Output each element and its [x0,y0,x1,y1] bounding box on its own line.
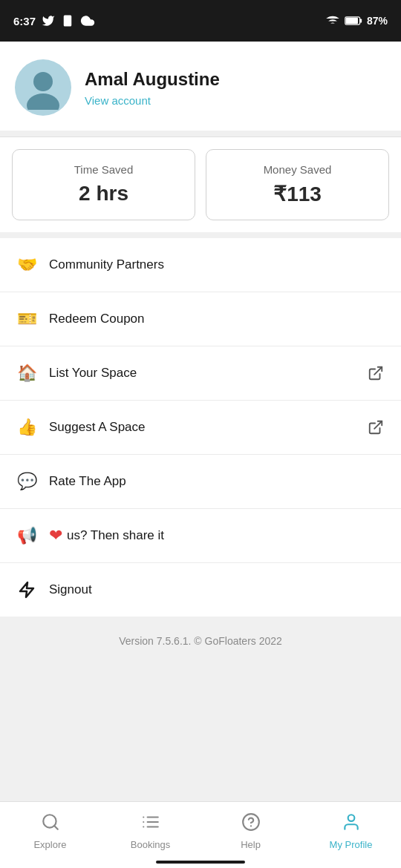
svg-point-20 [348,815,354,821]
avatar [15,59,71,116]
nav-label-bookings: Bookings [131,839,170,850]
bookings-icon [141,812,160,836]
battery-icon [345,16,362,26]
nav-label-help: Help [241,839,261,850]
main-content: Amal Augustine View account Time Saved 2… [0,42,401,801]
suggest-a-space-label: Suggest A Space [49,420,365,435]
menu-section: 🤝 Community Partners 🎫 Redeem Coupon 🏠 L… [0,238,401,617]
menu-item-redeem-coupon[interactable]: 🎫 Redeem Coupon [0,292,401,346]
stats-section: Time Saved 2 hrs Money Saved ₹113 [0,137,401,232]
menu-item-list-your-space[interactable]: 🏠 List Your Space [0,346,401,401]
svg-line-11 [54,826,58,829]
community-partners-icon: 🤝 [15,253,39,277]
love-us-share-label: us? Then share it [67,528,386,543]
profile-name: Amal Augustine [85,69,220,90]
time-saved-card: Time Saved 2 hrs [12,149,195,220]
svg-point-6 [27,93,59,110]
signout-icon [15,578,39,602]
signout-label: Signout [49,582,386,597]
money-saved-value: ₹113 [273,182,322,206]
explore-icon [41,812,60,836]
my-profile-icon [342,812,361,836]
view-account-link[interactable]: View account [85,94,220,107]
menu-item-love-us-share[interactable]: 📢 ❤ us? Then share it [0,509,401,563]
svg-line-8 [374,421,382,429]
nav-item-explore[interactable]: Explore [0,812,100,850]
suggest-a-space-icon: 👍 [15,415,39,439]
rate-the-app-icon: 💬 [15,470,39,493]
version-section: Version 7.5.6.1. © GoFloaters 2022 [0,617,401,665]
menu-item-suggest-a-space[interactable]: 👍 Suggest A Space [0,401,401,455]
svg-rect-3 [360,19,362,22]
help-icon [241,812,261,836]
svg-marker-9 [20,582,33,597]
bottom-nav: Explore Bookings Help [0,801,401,868]
version-text: Version 7.5.6.1. © GoFloaters 2022 [119,635,282,647]
menu-item-community-partners[interactable]: 🤝 Community Partners [0,238,401,292]
nav-label-my-profile: My Profile [330,839,373,850]
twitter-icon [42,14,55,27]
rate-the-app-label: Rate The App [49,474,386,489]
money-saved-label: Money Saved [264,163,332,176]
time-saved-label: Time Saved [74,163,133,176]
svg-rect-4 [346,18,358,24]
status-right: 87% [325,13,388,28]
wifi-icon [325,13,340,28]
nav-item-my-profile[interactable]: My Profile [301,812,401,850]
battery-percent: 87% [367,15,388,27]
megaphone-icon: 📢 [15,524,39,548]
nav-label-explore: Explore [33,839,66,850]
nav-item-help[interactable]: Help [200,812,301,850]
redeem-coupon-label: Redeem Coupon [49,312,386,326]
menu-item-rate-the-app[interactable]: 💬 Rate The App [0,455,401,509]
time-saved-value: 2 hrs [79,182,128,206]
nav-item-bookings[interactable]: Bookings [100,812,200,850]
list-your-space-icon: 🏠 [15,361,39,385]
time-display: 6:37 [13,15,36,27]
profile-section: Amal Augustine View account [0,42,401,131]
cloud-icon [80,13,95,28]
menu-item-signout[interactable]: Signout [0,563,401,617]
suggest-a-space-external-icon [365,417,386,438]
community-partners-label: Community Partners [49,257,386,272]
phone-icon [61,14,74,27]
list-your-space-external-icon [365,363,386,384]
money-saved-card: Money Saved ₹113 [206,149,389,220]
status-left: 6:37 [13,13,95,28]
status-bar: 6:37 87% [0,0,401,42]
bottom-indicator [156,861,245,864]
svg-line-7 [374,367,382,375]
svg-point-5 [33,72,53,91]
redeem-coupon-icon: 🎫 [15,307,39,331]
profile-info: Amal Augustine View account [85,69,220,107]
heart-icon: ❤ [49,526,62,545]
list-your-space-label: List Your Space [49,366,365,381]
